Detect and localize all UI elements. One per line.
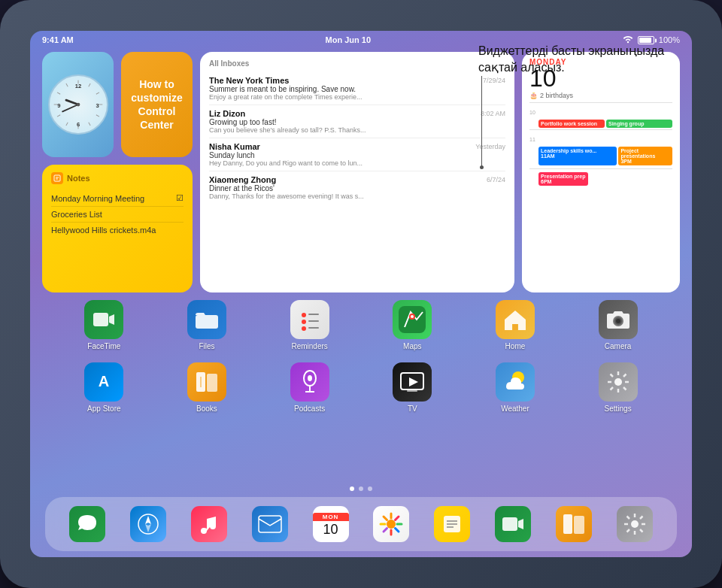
svg-line-11 bbox=[57, 92, 60, 94]
mail-item-4[interactable]: Xiaomeng Zhong 6/7/24 Dinner at the Rico… bbox=[209, 171, 505, 204]
svg-rect-31 bbox=[308, 327, 319, 329]
settings-icon bbox=[599, 362, 638, 402]
svg-line-58 bbox=[623, 374, 626, 377]
svg-point-64 bbox=[387, 520, 396, 529]
dock-safari[interactable] bbox=[130, 506, 166, 542]
svg-point-34 bbox=[411, 315, 414, 318]
dock-photos[interactable] bbox=[373, 506, 409, 542]
svg-point-19 bbox=[76, 103, 80, 107]
app-camera[interactable]: Camera bbox=[592, 300, 645, 350]
svg-text:A: A bbox=[99, 373, 109, 389]
svg-text:12: 12 bbox=[74, 83, 80, 89]
status-date: Mon Jun 10 bbox=[326, 35, 372, 44]
facetime-icon bbox=[84, 300, 123, 339]
svg-rect-35 bbox=[513, 324, 517, 330]
dock-music[interactable] bbox=[191, 506, 227, 542]
calendar-inner: MONDAY 10 🎂 2 birthdays 10 P bbox=[529, 58, 672, 286]
svg-line-88 bbox=[640, 517, 643, 520]
app-maps[interactable]: Maps bbox=[386, 300, 438, 350]
svg-point-46 bbox=[308, 375, 312, 381]
app-settings[interactable]: Settings bbox=[592, 362, 645, 413]
dock-settings[interactable] bbox=[617, 506, 653, 542]
control-center-widget[interactable]: How to customize Control Center bbox=[121, 52, 193, 157]
cal-event-leadership: Leadership skills wo...11AM bbox=[538, 147, 617, 165]
mail-item-3[interactable]: Nisha Kumar Yesterday Sunday lunch Hey D… bbox=[209, 138, 505, 171]
page-dot-2[interactable] bbox=[359, 486, 363, 491]
app-files[interactable]: Files bbox=[180, 300, 233, 350]
svg-line-8 bbox=[65, 123, 67, 126]
svg-rect-29 bbox=[308, 314, 319, 315]
notes-icon bbox=[51, 172, 63, 184]
dock-notes[interactable] bbox=[434, 506, 470, 542]
svg-marker-24 bbox=[109, 314, 114, 325]
mail-item-2[interactable]: Liz Dizon 8:02 AM Growing up too fast! C… bbox=[209, 105, 505, 138]
ipad-screen: 9:41 AM Mon Jun 10 100% Виджеттерді баст… bbox=[30, 31, 692, 557]
notes-widget[interactable]: Notes Monday Morning Meeting ☑ Groceries… bbox=[42, 165, 193, 292]
svg-line-5 bbox=[96, 115, 99, 117]
dock-books[interactable] bbox=[556, 506, 592, 542]
app-tv[interactable]: TV bbox=[386, 362, 438, 413]
svg-rect-79 bbox=[563, 514, 572, 534]
cal-event-project: Project presentations3PM bbox=[618, 147, 672, 165]
status-time: 9:41 AM bbox=[42, 35, 74, 44]
files-icon bbox=[187, 300, 226, 339]
svg-line-17 bbox=[65, 100, 77, 105]
dock-calendar[interactable]: MON 10 bbox=[313, 506, 349, 542]
cal-event-presentation: Presentation prep6PM bbox=[538, 172, 588, 186]
svg-rect-25 bbox=[196, 315, 218, 329]
app-facetime[interactable]: FaceTime bbox=[77, 300, 130, 350]
home-icon bbox=[496, 300, 535, 339]
notes-label: Notes bbox=[67, 174, 90, 183]
app-weather[interactable]: Weather bbox=[489, 362, 542, 413]
dock-facetime[interactable] bbox=[495, 506, 531, 542]
notes-item-3[interactable]: Hellywood Hills crickets.m4a bbox=[51, 223, 184, 238]
clock-widget[interactable]: 12 3 6 9 bbox=[42, 52, 114, 157]
weather-icon bbox=[496, 362, 535, 402]
svg-rect-30 bbox=[308, 320, 319, 322]
svg-point-28 bbox=[302, 326, 306, 331]
svg-point-81 bbox=[631, 520, 639, 528]
notes-item-2[interactable]: Groceries List bbox=[51, 207, 184, 223]
apps-row-1: FaceTime Files bbox=[53, 300, 669, 350]
app-appstore[interactable]: A App Store bbox=[77, 362, 130, 413]
svg-line-6 bbox=[88, 123, 89, 126]
page-dot-3[interactable] bbox=[368, 486, 372, 491]
cal-birthdays: 🎂 2 birthdays bbox=[529, 92, 672, 99]
svg-marker-61 bbox=[145, 516, 151, 524]
app-reminders[interactable]: Reminders bbox=[284, 300, 336, 350]
apps-row-2: A App Store Books bbox=[53, 362, 669, 413]
notes-item-1[interactable]: Monday Morning Meeting ☑ bbox=[51, 190, 184, 207]
svg-rect-77 bbox=[502, 517, 517, 531]
svg-rect-23 bbox=[93, 313, 108, 326]
mail-item-1[interactable]: The New York Times 7/29/24 Summer is mea… bbox=[209, 72, 505, 105]
app-home[interactable]: Home bbox=[489, 300, 542, 350]
svg-point-38 bbox=[616, 319, 620, 323]
cal-event-singing: Singing group bbox=[606, 120, 672, 128]
books-icon bbox=[187, 362, 226, 402]
ipad-frame: 9:41 AM Mon Jun 10 100% Виджеттерді баст… bbox=[0, 0, 722, 588]
svg-line-3 bbox=[96, 92, 99, 94]
app-books[interactable]: Books bbox=[180, 362, 233, 413]
tooltip-line bbox=[481, 76, 482, 166]
notes-checkbox-icon: ☑ bbox=[176, 193, 184, 203]
svg-point-26 bbox=[302, 313, 306, 317]
svg-line-9 bbox=[57, 115, 60, 117]
svg-line-18 bbox=[62, 105, 78, 111]
notes-header: Notes bbox=[51, 172, 184, 184]
widgets-top-row: 12 3 6 9 bbox=[42, 52, 193, 157]
appstore-icon: A bbox=[84, 362, 123, 402]
page-dot-1[interactable] bbox=[350, 486, 354, 491]
svg-line-69 bbox=[384, 517, 387, 520]
podcasts-icon bbox=[290, 362, 329, 402]
svg-rect-80 bbox=[574, 516, 584, 534]
svg-line-12 bbox=[65, 83, 67, 86]
birthday-icon: 🎂 bbox=[529, 92, 538, 99]
dock-mail[interactable] bbox=[252, 506, 288, 542]
svg-marker-78 bbox=[518, 519, 523, 529]
clock-face: 12 3 6 9 bbox=[48, 74, 108, 135]
app-podcasts[interactable]: Podcasts bbox=[284, 362, 336, 413]
svg-line-72 bbox=[384, 529, 387, 532]
control-center-title: How to customize Control Center bbox=[129, 77, 185, 132]
svg-rect-49 bbox=[407, 390, 417, 392]
dock-messages[interactable] bbox=[69, 506, 105, 542]
